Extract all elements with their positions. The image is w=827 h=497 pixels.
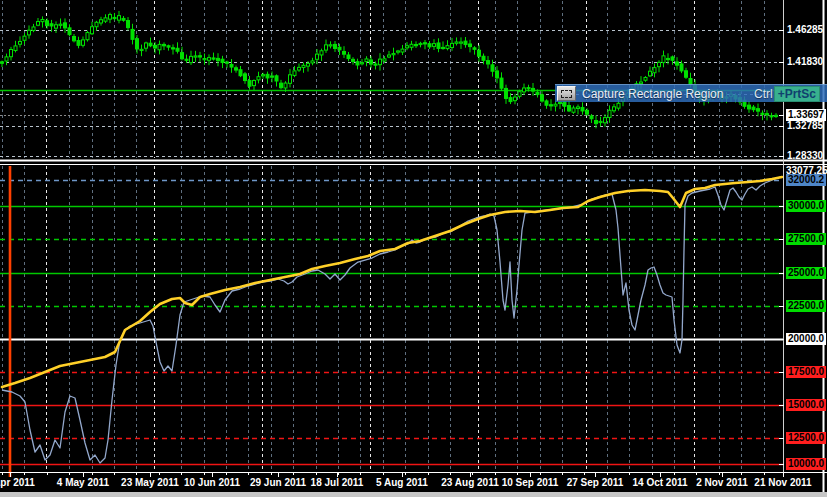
candle-body [136,39,139,49]
candle-body [262,75,265,76]
candle-body [464,41,467,44]
mt4-chart-window: 1.462851.418301.336971.327851.2833033077… [0,0,827,497]
candle-body [554,104,557,106]
candle-body [230,64,233,67]
candle-body [185,59,188,60]
candle-body [253,81,256,86]
candle-body [226,62,229,63]
candle-body [59,24,62,25]
candle-body [419,43,422,44]
candle-body [275,76,278,81]
candle-body [284,83,287,88]
candle-body [293,71,296,75]
candle-body [127,21,130,28]
candle-body [100,20,103,23]
candle-body [68,28,71,35]
candle-body [644,77,647,80]
candle-body [239,70,242,76]
candle-body [158,44,161,49]
candle-body [104,18,107,21]
candle-body [50,24,53,26]
candle-body [617,103,620,108]
candle-body [410,44,413,47]
candle-body [770,116,773,117]
candle-body [64,23,67,28]
candle-body [145,43,148,48]
candle-body [176,48,179,51]
candle-body [653,68,656,73]
candle-body [545,101,548,105]
candle-body [131,29,134,39]
candle-body [320,51,323,55]
candle-body [599,121,602,122]
candle-body [455,42,458,43]
candle-body [613,107,616,111]
candle-body [433,44,436,47]
candle-body [356,62,359,65]
candle-body [523,88,526,92]
candle-body [154,45,157,48]
candle-body [766,114,769,115]
candle-body [172,48,175,49]
candle-body [536,92,539,94]
candle-body [469,44,472,47]
candle-body [500,78,503,88]
candle-body [86,33,89,40]
candle-body [478,50,481,56]
candle-body [221,59,224,62]
capture-region-icon [557,86,576,101]
candle-body [122,18,125,20]
candle-body [401,49,404,52]
candle-body [181,53,184,59]
candle-body [595,121,598,124]
candle-body [581,107,584,111]
candle-body [208,58,211,61]
candle-body [235,68,238,70]
capture-tooltip-menu-item[interactable]: Capture Rectangle Region Ctrl +PrtSc [555,84,827,102]
candle-body [28,30,31,35]
candle-body [37,21,40,25]
candle-body [298,67,301,70]
candle-body [311,61,314,63]
candle-body [406,46,409,48]
candle-body [527,88,530,89]
chart-graphics[interactable] [0,0,827,497]
candle-body [662,56,665,63]
candle-body [190,56,193,62]
candle-body [352,59,355,61]
candle-body [775,115,778,116]
candle-body [680,64,683,71]
candle-body [428,44,431,47]
candle-body [334,44,337,48]
candle-body [257,77,260,80]
candle-body [302,65,305,67]
candle-body [473,48,476,49]
candle-body [518,92,521,97]
candle-body [82,40,85,45]
candle-body [19,41,22,44]
candle-body [748,105,751,109]
candle-body [541,95,544,101]
window-bottom-edge [0,492,827,497]
candle-body [14,46,17,51]
candle-body [163,44,166,45]
tooltip-shortcut: Ctrl +PrtSc [754,86,820,102]
candle-body [347,55,350,59]
candle-body [491,65,494,71]
candle-body [437,43,440,48]
candlestick-series [1,11,778,128]
candle-body [446,46,449,49]
candle-body [212,58,215,59]
candle-body [77,41,80,46]
hotkey-prtsc-chip: +PrtSc [774,86,820,102]
candle-body [55,25,58,28]
candle-body [365,59,368,62]
candle-body [5,57,8,61]
candle-body [10,49,13,56]
candle-body [608,110,611,117]
candle-body [685,71,688,77]
candle-body [73,36,76,40]
candle-body [572,108,575,112]
candle-body [397,51,400,52]
candle-body [590,116,593,119]
